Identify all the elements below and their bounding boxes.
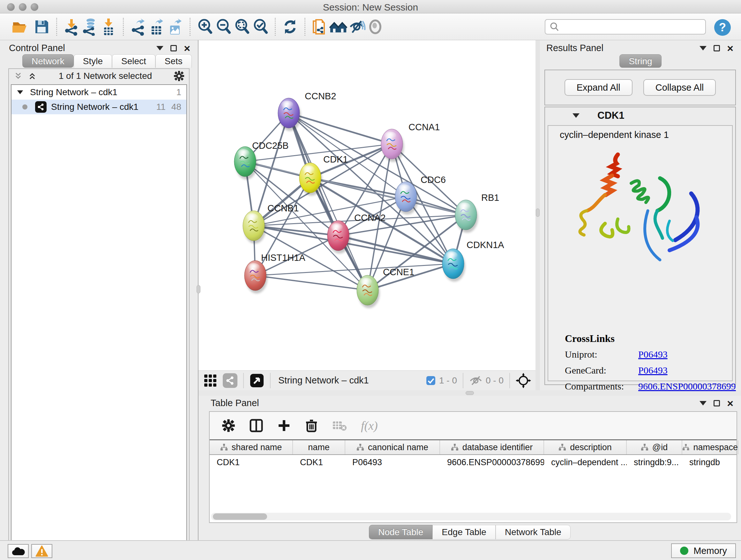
- table-cell[interactable]: CDK1: [293, 455, 345, 470]
- collection-expander-icon[interactable]: [17, 90, 23, 94]
- collapse-all-button[interactable]: Collapse All: [643, 79, 716, 96]
- table-cell[interactable]: P06493: [345, 455, 440, 470]
- column-header-database-identifier[interactable]: database identifier: [440, 440, 544, 454]
- close-results-icon[interactable]: ×: [727, 45, 733, 51]
- node-RB1[interactable]: RB1: [455, 192, 499, 233]
- vertical-splitter-grip[interactable]: [536, 208, 540, 217]
- network-row[interactable]: String Network – cdk1 11 48: [11, 100, 186, 114]
- cloud-button[interactable]: [8, 544, 29, 558]
- houses-button[interactable]: [329, 17, 347, 36]
- tab-edge-table[interactable]: Edge Table: [432, 525, 495, 540]
- crosslink-link[interactable]: 9606.ENSP00000378699: [638, 381, 736, 392]
- export-table-button[interactable]: [147, 17, 166, 36]
- table-cell[interactable]: stringdb:9...: [627, 455, 682, 470]
- tab-string[interactable]: String: [619, 54, 661, 68]
- network-collection-row[interactable]: String Network – cdk1 1: [11, 85, 186, 100]
- table-cell[interactable]: 9606.ENSP00000378699: [440, 455, 544, 470]
- grid-view-icon[interactable]: [203, 373, 218, 388]
- node-label-CCNB2: CCNB2: [305, 91, 336, 101]
- refresh-button[interactable]: [281, 17, 299, 36]
- function-builder-button[interactable]: f(x): [361, 419, 378, 433]
- column-header-@id[interactable]: @id: [627, 440, 682, 454]
- maximize-table-icon[interactable]: [714, 400, 720, 407]
- cloud-icon: [11, 546, 25, 556]
- close-panel-icon[interactable]: ×: [184, 45, 190, 51]
- zoom-fit-button[interactable]: [232, 17, 251, 36]
- delete-column-icon[interactable]: [305, 419, 318, 433]
- close-table-icon[interactable]: ×: [727, 400, 733, 407]
- tab-style[interactable]: Style: [74, 54, 112, 68]
- string-document-button[interactable]: [311, 17, 329, 36]
- add-column-icon[interactable]: [277, 419, 291, 432]
- crosslink-label: Uniprot:: [565, 349, 638, 360]
- column-header-shared-name[interactable]: shared name: [210, 440, 293, 454]
- crosslink-link[interactable]: P06493: [638, 365, 668, 376]
- show-columns-icon[interactable]: [249, 419, 263, 433]
- maximize-panel-icon[interactable]: [171, 45, 177, 51]
- scrollbar-thumb[interactable]: [213, 513, 267, 520]
- export-network-button[interactable]: [129, 17, 147, 36]
- table-options-gear-icon[interactable]: [222, 419, 235, 432]
- column-header-name[interactable]: name: [293, 440, 345, 454]
- tab-node-table[interactable]: Node Table: [369, 525, 432, 540]
- column-header-namespace[interactable]: namespace: [682, 440, 738, 454]
- network-view-share-icon[interactable]: [223, 373, 238, 388]
- node-CCNE1[interactable]: CCNE1: [357, 267, 414, 308]
- expand-all-chevrons-icon[interactable]: [13, 71, 23, 81]
- table-cell[interactable]: stringdb: [682, 455, 738, 470]
- gene-header[interactable]: CDK1: [545, 107, 735, 124]
- tab-select[interactable]: Select: [112, 54, 155, 68]
- fit-crosshair-icon[interactable]: [516, 373, 531, 388]
- left-splitter-grip[interactable]: [197, 285, 200, 294]
- hide-items-button[interactable]: [347, 17, 366, 36]
- save-session-button[interactable]: [32, 17, 51, 36]
- column-header-description[interactable]: description: [544, 440, 627, 454]
- tab-network-table[interactable]: Network Table: [495, 525, 570, 540]
- expand-all-button[interactable]: Expand All: [564, 79, 632, 96]
- database-icon: [81, 18, 99, 36]
- zoom-in-button[interactable]: [196, 17, 214, 36]
- float-table-icon[interactable]: [699, 401, 706, 406]
- node-CCNA1[interactable]: CCNA1: [381, 122, 440, 162]
- selected-checkbox-icon[interactable]: [426, 375, 436, 386]
- table-cell[interactable]: cyclin–dependent ...: [544, 455, 627, 470]
- maximize-results-icon[interactable]: [714, 45, 720, 51]
- import-network-database-button[interactable]: [81, 17, 99, 36]
- edge-CCNB2-CCNA1[interactable]: [289, 113, 392, 144]
- network-graph[interactable]: CCNB2CCNA1CDC25BCDK1CDC6RB1CCNB1CCNA2CDK…: [199, 40, 536, 370]
- search-input[interactable]: [560, 20, 705, 33]
- table-row[interactable]: CDK1CDK1P064939606.ENSP00000378699cyclin…: [210, 455, 737, 470]
- horizontal-splitter-grip[interactable]: [466, 391, 474, 395]
- collapse-all-chevrons-icon[interactable]: [27, 71, 37, 81]
- export-image-button[interactable]: [166, 17, 185, 36]
- edge-CCNB2-CCNE1[interactable]: [289, 113, 367, 290]
- node-CDKN1A[interactable]: CDKN1A: [442, 240, 504, 282]
- warnings-button[interactable]: [31, 544, 52, 558]
- table-cell[interactable]: CDK1: [210, 455, 293, 470]
- gene-description: cyclin–dependent kinase 1: [548, 126, 732, 140]
- hidden-eye-icon[interactable]: [469, 375, 482, 386]
- tab-network[interactable]: Network: [22, 54, 74, 68]
- edge-CCNE1-HIST1H1A[interactable]: [255, 275, 367, 290]
- delete-table-icon[interactable]: [332, 420, 347, 432]
- show-items-button[interactable]: [366, 17, 385, 36]
- zoom-out-button[interactable]: [214, 17, 232, 36]
- import-network-file-button[interactable]: [62, 17, 81, 36]
- crosslink-label: GeneCard:: [565, 365, 638, 376]
- help-button[interactable]: ?: [714, 18, 731, 38]
- gene-expander-icon[interactable]: [572, 113, 580, 118]
- network-canvas[interactable]: CCNB2CCNA1CDC25BCDK1CDC6RB1CCNB1CCNA2CDK…: [199, 40, 536, 370]
- open-in-new-window-icon[interactable]: [250, 373, 264, 388]
- column-header-canonical-name[interactable]: canonical name: [345, 440, 440, 454]
- open-session-button[interactable]: [11, 17, 29, 36]
- memory-button[interactable]: Memory: [671, 543, 736, 558]
- float-panel-icon[interactable]: [156, 46, 163, 51]
- float-results-icon[interactable]: [699, 46, 706, 51]
- network-options-gear-icon[interactable]: [174, 71, 185, 81]
- zoom-selected-button[interactable]: [251, 17, 270, 36]
- table-horizontal-scrollbar[interactable]: [211, 513, 731, 520]
- crosslink-link[interactable]: P06493: [638, 349, 668, 360]
- search-box[interactable]: [545, 19, 706, 35]
- tab-sets[interactable]: Sets: [155, 54, 192, 68]
- import-table-file-button[interactable]: [99, 17, 118, 36]
